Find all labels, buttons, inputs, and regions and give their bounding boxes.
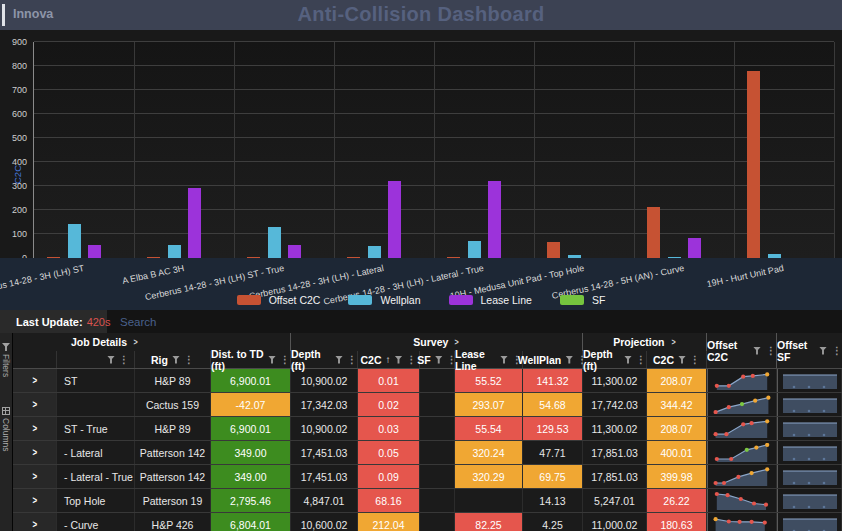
bar-offset-c2c[interactable]: [647, 207, 660, 258]
offset-c2c-sparkline: [712, 371, 772, 390]
legend-item-sf[interactable]: SF: [560, 294, 605, 306]
name-cell: ST: [57, 369, 135, 392]
offset-sf-cell[interactable]: [777, 441, 842, 464]
bar-wellplan[interactable]: [68, 224, 81, 258]
sf-cell: [420, 489, 455, 512]
column-header[interactable]: Depth (ft)⋮: [583, 351, 647, 368]
offset-c2c-cell[interactable]: [707, 513, 777, 531]
filters-tool[interactable]: Filters: [1, 343, 11, 377]
bar-lease-line[interactable]: [388, 181, 401, 258]
offset-c2c-sparkline: [712, 467, 772, 486]
bar-offset-c2c[interactable]: [547, 242, 560, 258]
row-expand-button[interactable]: >: [13, 465, 57, 488]
filter-funnel-icon[interactable]: [500, 356, 508, 364]
legend-item-lease-line[interactable]: Lease Line: [449, 294, 532, 306]
group-header-survey[interactable]: Survey>: [291, 333, 583, 351]
filter-funnel-icon[interactable]: [172, 356, 180, 364]
filter-funnel-icon[interactable]: [435, 356, 443, 364]
kebab-menu-icon[interactable]: ⋮: [690, 355, 700, 365]
kebab-menu-icon[interactable]: ⋮: [766, 346, 776, 356]
chart-legend: Offset C2CWellplanLease LineSF: [0, 294, 842, 306]
legend-item-wellplan[interactable]: Wellplan: [348, 294, 420, 306]
offset-sf-cell[interactable]: [777, 513, 842, 531]
bar-wellplan[interactable]: [468, 241, 481, 258]
column-header[interactable]: C2C⋮: [647, 351, 707, 368]
row-expand-button[interactable]: >: [13, 441, 57, 464]
filter-funnel-icon[interactable]: [819, 347, 827, 355]
bar-offset-c2c[interactable]: [747, 71, 760, 258]
kebab-menu-icon[interactable]: ⋮: [184, 355, 194, 365]
column-header[interactable]: Rig⋮: [135, 351, 211, 368]
columns-tool[interactable]: Columns: [1, 407, 11, 452]
kebab-menu-icon[interactable]: ⋮: [636, 355, 646, 365]
filter-funnel-icon[interactable]: [565, 356, 573, 364]
bar-wellplan[interactable]: [368, 246, 381, 258]
y-axis-ticks: 0100200300400500600700800900: [0, 42, 30, 258]
kebab-menu-icon[interactable]: ⋮: [832, 346, 842, 356]
filter-funnel-icon[interactable]: [395, 356, 403, 364]
pdepth-cell: 17,851.03: [583, 465, 647, 488]
expand-chevron-icon: >: [32, 423, 37, 434]
group-header-offset-sf[interactable]: Offset SF⋮: [777, 333, 842, 368]
column-header[interactable]: Depth (ft)⋮: [291, 351, 358, 368]
jobs-table: Filters Columns Job Details>Survey>Proje…: [0, 333, 842, 531]
offset-sf-sparkline: [782, 443, 838, 462]
legend-item-offset-c2c[interactable]: Offset C2C: [237, 294, 321, 306]
offset-c2c-cell[interactable]: [707, 417, 777, 440]
column-header[interactable]: C2C↑⋮: [358, 351, 420, 368]
pdepth-cell: 17,851.03: [583, 441, 647, 464]
offset-sf-cell[interactable]: [777, 369, 842, 392]
column-header[interactable]: Lease Line⋮: [455, 351, 523, 368]
row-expand-button[interactable]: >: [13, 417, 57, 440]
column-header[interactable]: ⋮: [57, 351, 135, 368]
chart-bottom-strip: Cerberus 14-28 - 3H (LH) STA Elba B AC 3…: [0, 258, 842, 310]
offset-sf-cell[interactable]: [777, 489, 842, 512]
bar-lease-line[interactable]: [688, 238, 701, 258]
column-header[interactable]: SF⋮: [420, 351, 455, 368]
offset-sf-cell[interactable]: [777, 417, 842, 440]
kebab-menu-icon[interactable]: ⋮: [280, 355, 290, 365]
group-header-offset-c2c[interactable]: Offset C2C⋮: [707, 333, 777, 368]
bar-lease-line[interactable]: [188, 188, 201, 258]
bar-wellplan[interactable]: [268, 227, 281, 258]
bar-lease-line[interactable]: [88, 245, 101, 258]
row-expand-button[interactable]: >: [13, 393, 57, 416]
y-tick-label: 300: [12, 181, 27, 191]
bar-wellplan[interactable]: [168, 245, 181, 258]
y-tick-label: 400: [12, 157, 27, 167]
row-expand-button[interactable]: >: [13, 513, 57, 531]
offset-sf-cell[interactable]: [777, 393, 842, 416]
search-input[interactable]: [118, 315, 342, 329]
group-gridline: [434, 42, 435, 258]
column-header[interactable]: Dist. to TD (ft)⋮: [211, 351, 291, 368]
kebab-menu-icon[interactable]: ⋮: [119, 355, 129, 365]
filter-funnel-icon[interactable]: [268, 356, 276, 364]
offset-c2c-cell[interactable]: [707, 489, 777, 512]
filter-funnel-icon[interactable]: [335, 356, 343, 364]
offset-c2c-cell[interactable]: [707, 465, 777, 488]
bar-lease-line[interactable]: [488, 181, 501, 258]
row-expand-button[interactable]: >: [13, 489, 57, 512]
legend-swatch: [237, 295, 261, 305]
filter-funnel-icon[interactable]: [753, 347, 761, 355]
offset-c2c-cell[interactable]: [707, 393, 777, 416]
filter-funnel-icon[interactable]: [624, 356, 632, 364]
filter-funnel-icon[interactable]: [107, 356, 115, 364]
y-tick-label: 100: [12, 229, 27, 239]
column-header[interactable]: WellPlan⋮: [523, 351, 583, 368]
offset-c2c-cell[interactable]: [707, 441, 777, 464]
row-expand-button[interactable]: >: [13, 369, 57, 392]
offset-sf-cell[interactable]: [777, 465, 842, 488]
dist-cell: 2,795.46: [211, 489, 291, 512]
kebab-menu-icon[interactable]: ⋮: [347, 355, 357, 365]
wellplan-cell: 141.32: [523, 369, 583, 392]
legend-label: SF: [592, 294, 605, 306]
dist-cell: 6,900.01: [211, 369, 291, 392]
filter-funnel-icon[interactable]: [678, 356, 686, 364]
bar-lease-line[interactable]: [288, 245, 301, 258]
dist-cell: -42.07: [211, 393, 291, 416]
c2c-cell: 212.04: [358, 513, 420, 531]
column-header-label: Dist. to TD (ft): [211, 348, 264, 372]
offset-c2c-cell[interactable]: [707, 369, 777, 392]
kebab-menu-icon[interactable]: ⋮: [407, 355, 417, 365]
